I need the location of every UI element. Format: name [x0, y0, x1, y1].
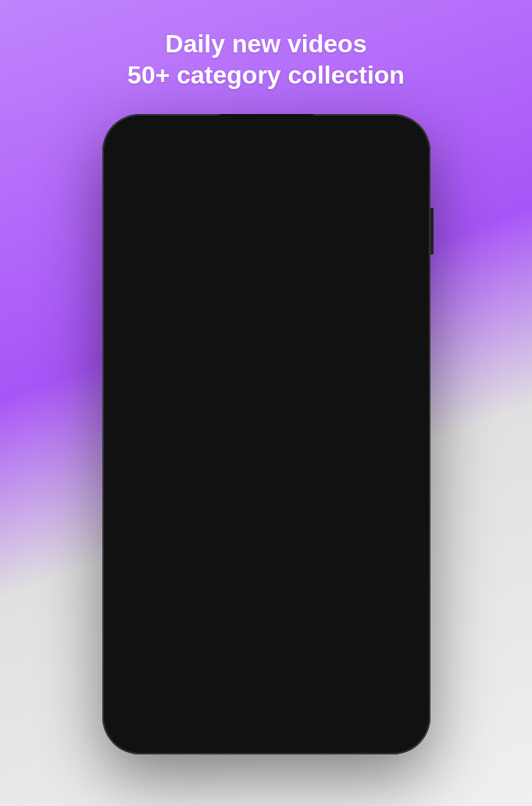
chip-english[interactable]: English [121, 172, 181, 193]
chip-marathi[interactable]: Marathi [321, 199, 381, 220]
app-title: HD Video Status [146, 137, 353, 152]
chip-punjabi[interactable]: Punjabi [311, 172, 371, 193]
header-section: Daily new videos 50+ category collection [112, 0, 420, 106]
headline: Daily new videos 50+ category collection [127, 28, 405, 91]
category-romantic[interactable]: 🥰 Romantic [115, 476, 214, 562]
video-label-wedding: Wedd [268, 316, 418, 349]
video-card-diwali[interactable]: Happy diwali [115, 228, 265, 349]
chip-kannada[interactable]: Kannada [191, 199, 258, 220]
video-card-wedding[interactable]: Wedd [268, 228, 418, 349]
video-card-girl2[interactable] [268, 352, 418, 473]
category-love[interactable]: 😍 Love [216, 476, 316, 562]
emoji-row: 🥰 Romantic 😍 Love 😢 Sad [112, 473, 421, 562]
romantic-icon: 🥰 [145, 489, 184, 520]
chips-row-1: English Hindi Gujarati Punjabi [121, 172, 412, 193]
phone-screen: ☰ HD Video Status 🔍 🎁 English Hindi Guja… [112, 123, 421, 745]
menu-icon[interactable]: ☰ [124, 137, 138, 152]
chips-row-2: Bhojpuri Kannada Tamil Marathi [121, 199, 412, 220]
video-label-diwali: Happy diwali [115, 316, 265, 349]
video-card-girl1[interactable] [115, 352, 265, 473]
love-label: Love [254, 526, 277, 538]
category-sad[interactable]: 😢 Sad [319, 476, 418, 562]
phone-wrapper: ☰ HD Video Status 🔍 🎁 English Hindi Guja… [102, 114, 430, 754]
chip-gujarati[interactable]: Gujarati [243, 172, 305, 193]
chip-hindi[interactable]: Hindi [187, 172, 237, 193]
app-bar: ☰ HD Video Status 🔍 🎁 [112, 123, 421, 164]
language-chips: English Hindi Gujarati Punjabi Bhojpuri … [112, 164, 421, 225]
romantic-label: Romantic [141, 526, 187, 538]
video-grid: Happy diwali Wedd [112, 228, 421, 473]
sad-label: Sad [359, 526, 377, 538]
chip-bhojpuri[interactable]: Bhojpuri [121, 199, 185, 220]
video-row-top: Happy diwali Wedd [112, 228, 421, 349]
bottom-bar [112, 562, 421, 586]
chip-tamil[interactable]: Tamil [264, 199, 314, 220]
video-row-bottom [112, 352, 421, 473]
gift-icon[interactable]: 🎁 [387, 134, 409, 155]
love-icon: 😍 [247, 489, 286, 520]
sad-icon: 😢 [348, 489, 387, 520]
search-icon[interactable]: 🔍 [361, 136, 380, 154]
